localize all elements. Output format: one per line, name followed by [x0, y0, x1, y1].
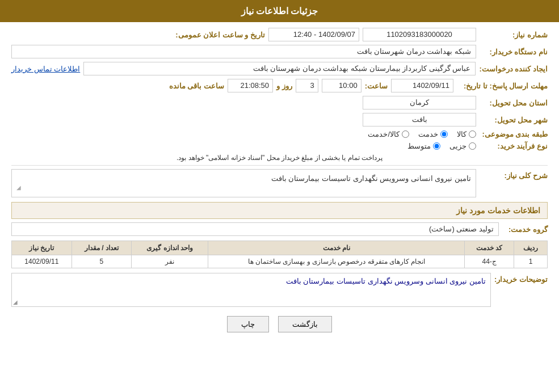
service-group-value: تولید صنعتی (ساخت) — [11, 222, 499, 236]
category-khedmat-label: خدمت — [418, 130, 438, 138]
purchase-type-radio-group: جزیی متوسط — [11, 142, 476, 150]
deadline-remaining-label: ساعت باقی مانده — [169, 82, 224, 90]
purchase-jozi-label: جزیی — [449, 142, 466, 150]
purchase-motavasset-radio[interactable] — [433, 142, 440, 150]
need-desc-label: شرح کلی نیاز: — [480, 169, 548, 180]
category-kala-khedmat: کالا/خدمت — [368, 130, 409, 138]
creator-value: عباس گرگینی کاربرداز بیمارستان شبکه بهدا… — [83, 62, 476, 75]
buttons-row: بازگشت چاپ — [11, 316, 548, 332]
page-header: جزئیات اطلاعات نیاز — [0, 0, 559, 22]
cell-unit: نفر — [132, 255, 208, 268]
main-content: شماره نیاز: 1102093183000020 1402/09/07 … — [0, 22, 559, 344]
category-radio-group: کالا خدمت کالا/خدمت — [11, 130, 476, 138]
city-label: شهر محل تحویل: — [480, 116, 548, 124]
purchase-jozi-radio[interactable] — [469, 142, 476, 150]
col-quantity: تعداد / مقدار — [72, 241, 132, 255]
payment-note: پرداخت تمام یا بخشی از مبلغ خریداز محل "… — [11, 154, 548, 162]
province-value: کرمان — [363, 96, 476, 109]
category-row: طبقه بندی موضوعی: کالا خدمت کالا/خدمت — [11, 130, 548, 138]
announce-group: 1402/09/07 - 12:40 تاریخ و ساعت اعلان عم… — [11, 28, 359, 41]
need-number-value: 1102093183000020 — [363, 28, 476, 41]
category-kala-radio[interactable] — [469, 130, 476, 138]
header-title: جزئیات اطلاعات نیاز — [241, 6, 318, 16]
deadline-time-label: ساعت: — [365, 82, 388, 90]
deadline-date: 1402/09/11 — [391, 79, 453, 92]
buyer-org-row: نام دستگاه خریدار: شبکه بهداشت درمان شهر… — [11, 45, 548, 58]
need-desc-text: تامین نیروی انسانی وسرویس نگهداری تاسیسا… — [271, 174, 471, 183]
service-info-header: اطلاعات خدمات مورد نیاز — [11, 202, 548, 219]
city-row: شهر محل تحویل: بافت — [11, 113, 548, 127]
buyer-org-label: نام دستگاه خریدار: — [480, 48, 548, 56]
deadline-remaining: 21:08:50 — [228, 79, 273, 92]
deadline-days: 3 — [296, 79, 318, 92]
buyer-note-text: تامین نیروی انسانی وسرویس نگهداری تاسیسا… — [286, 277, 486, 285]
services-table-container: ردیف کد خدمت نام خدمت واحد اندازه گیری ت… — [11, 241, 548, 268]
deadline-label: مهلت ارسال پاسخ: تا تاریخ: — [457, 82, 548, 90]
province-label: استان محل تحویل: — [480, 99, 548, 107]
city-value: بافت — [363, 113, 476, 127]
creator-label: ایجاد کننده درخواست: — [479, 65, 548, 73]
table-row: 1ج-44انجام کارهای متفرقه درخصوص بازسازی … — [12, 255, 548, 268]
buyer-org-value: شبکه بهداشت درمان شهرستان بافت — [11, 45, 476, 58]
announce-label: تاریخ و ساعت اعلان عمومی: — [175, 31, 265, 39]
purchase-type-row: نوع فرآیند خرید: جزیی متوسط — [11, 142, 548, 150]
col-service-code: کد خدمت — [465, 241, 514, 255]
creator-row: ایجاد کننده درخواست: عباس گرگینی کاربردا… — [11, 62, 548, 75]
contact-link[interactable]: اطلاعات تماس خریدار — [11, 65, 80, 73]
back-button[interactable]: بازگشت — [278, 316, 332, 332]
cell-row_num: 1 — [514, 255, 548, 268]
cell-service_name: انجام کارهای متفرقه درخصوص بازسازی و بهس… — [208, 255, 465, 268]
services-table: ردیف کد خدمت نام خدمت واحد اندازه گیری ت… — [11, 241, 548, 268]
category-kala-khedmat-label: کالا/خدمت — [368, 130, 400, 138]
category-kala-label: کالا — [457, 130, 466, 138]
category-khedmat-radio[interactable] — [440, 130, 448, 138]
province-row: استان محل تحویل: کرمان — [11, 96, 548, 109]
need-number-label: شماره نیاز: — [480, 31, 548, 39]
purchase-motavasset: متوسط — [407, 142, 440, 150]
service-group-label: گروه خدمت: — [502, 225, 548, 234]
buyer-note-row: توضیحات خریدار: تامین نیروی انسانی وسروی… — [11, 273, 548, 307]
cell-quantity: 5 — [72, 255, 132, 268]
col-row-num: ردیف — [514, 241, 548, 255]
deadline-row: مهلت ارسال پاسخ: تا تاریخ: 1402/09/11 سا… — [11, 79, 548, 92]
buyer-note-label: توضیحات خریدار: — [494, 273, 548, 284]
announce-value: 1402/09/07 - 12:40 — [268, 28, 359, 41]
col-date: تاریخ نیاز — [12, 241, 72, 255]
col-unit: واحد اندازه گیری — [132, 241, 208, 255]
resize-icon: ◢ — [13, 299, 18, 305]
buyer-note-box: تامین نیروی انسانی وسرویس نگهداری تاسیسا… — [11, 273, 491, 307]
category-khedmat: خدمت — [418, 130, 448, 138]
deadline-day-label: روز و — [276, 82, 292, 90]
cell-service_code: ج-44 — [465, 255, 514, 268]
need-desc-value: تامین نیروی انسانی وسرویس نگهداری تاسیسا… — [11, 169, 476, 197]
category-kala-khedmat-radio[interactable] — [402, 130, 409, 138]
resize-handle-icon: ◢ — [16, 184, 21, 191]
col-service-name: نام خدمت — [208, 241, 465, 255]
category-label: طبقه بندی موضوعی: — [480, 130, 548, 138]
category-kala: کالا — [457, 130, 476, 138]
purchase-type-label: نوع فرآیند خرید: — [480, 142, 548, 150]
need-desc-row: شرح کلی نیاز: تامین نیروی انسانی وسرویس … — [11, 169, 548, 197]
print-button[interactable]: چاپ — [227, 316, 269, 332]
service-group-row: گروه خدمت: تولید صنعتی (ساخت) — [11, 222, 548, 236]
purchase-motavasset-label: متوسط — [407, 142, 431, 150]
purchase-jozi: جزیی — [449, 142, 476, 150]
cell-date: 1402/09/11 — [12, 255, 72, 268]
page-wrapper: جزئیات اطلاعات نیاز شماره نیاز: 11020931… — [0, 0, 559, 392]
deadline-time: 10:00 — [322, 79, 362, 92]
need-number-row: شماره نیاز: 1102093183000020 1402/09/07 … — [11, 28, 548, 41]
table-header-row: ردیف کد خدمت نام خدمت واحد اندازه گیری ت… — [12, 241, 548, 255]
